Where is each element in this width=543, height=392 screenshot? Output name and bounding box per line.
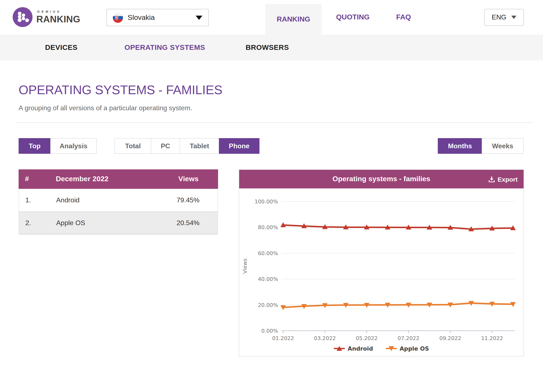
svg-text:01.2022: 01.2022 xyxy=(272,335,294,341)
svg-text:03.2022: 03.2022 xyxy=(314,335,336,341)
nav-tab-ranking-label: RANKING xyxy=(277,15,310,23)
row-rank: 1. xyxy=(19,196,56,204)
logo-ranking-text: RANKING xyxy=(36,15,80,24)
row-os-name: Apple OS xyxy=(56,219,158,227)
gemius-ranking-page: GEMIUS RANKING Slovakia RANKING xyxy=(0,0,543,392)
months-button[interactable]: Months xyxy=(438,138,482,154)
subnav-operating-systems-label: OPERATING SYSTEMS xyxy=(124,43,205,52)
top-header: GEMIUS RANKING Slovakia RANKING xyxy=(0,0,543,35)
chart-canvas: 0.00%20.00%40.00%60.00%80.00%100.00%01.2… xyxy=(239,188,524,356)
total-button[interactable]: Total xyxy=(114,138,151,154)
legend-apple-os-label: Apple OS xyxy=(400,345,429,352)
apple-os-legend-marker xyxy=(386,346,396,352)
chevron-down-icon xyxy=(196,15,202,20)
analysis-button[interactable]: Analysis xyxy=(50,138,97,154)
gemius-ranking-logo[interactable]: GEMIUS RANKING xyxy=(13,7,80,27)
weeks-button[interactable]: Weeks xyxy=(482,138,524,154)
page-title: OPERATING SYSTEMS - FAMILIES xyxy=(19,83,222,97)
download-icon xyxy=(489,176,495,182)
chart-header: Operating systems - families Export xyxy=(239,170,524,188)
nav-tab-faq-label: FAQ xyxy=(396,13,411,22)
column-header-views: Views xyxy=(159,175,218,183)
svg-text:Views: Views xyxy=(242,258,248,274)
svg-text:80.00%: 80.00% xyxy=(258,224,278,230)
export-button[interactable]: Export xyxy=(489,170,518,188)
subnav-item-operating-systems[interactable]: OPERATING SYSTEMS xyxy=(118,35,211,60)
svg-text:09.2022: 09.2022 xyxy=(440,335,461,341)
svg-text:20.00%: 20.00% xyxy=(258,302,278,308)
column-header-month: December 2022 xyxy=(56,175,159,183)
svg-text:07.2022: 07.2022 xyxy=(398,335,419,341)
table-header-row: # December 2022 Views xyxy=(19,169,218,189)
page-subtitle: A grouping of all versions of a particul… xyxy=(19,104,192,112)
period-toggle-group: Months Weeks xyxy=(438,138,524,154)
nav-tab-ranking[interactable]: RANKING xyxy=(265,4,322,35)
subnav-devices-label: DEVICES xyxy=(45,43,77,52)
logo-gemius-text: GEMIUS xyxy=(37,10,80,13)
nav-tab-quoting[interactable]: QUOTING xyxy=(334,0,372,35)
country-selector[interactable]: Slovakia xyxy=(107,9,209,26)
table-row: 1. Android 79.45% xyxy=(19,189,218,212)
chart-title: Operating systems - families xyxy=(239,175,524,183)
country-selector-value: Slovakia xyxy=(128,13,196,22)
svg-text:100.00%: 100.00% xyxy=(255,199,278,205)
slovakia-flag-icon xyxy=(113,12,123,22)
language-selector[interactable]: ENG xyxy=(484,9,524,26)
svg-text:11.2022: 11.2022 xyxy=(481,335,503,341)
subnav-item-devices[interactable]: DEVICES xyxy=(36,35,87,60)
android-legend-marker xyxy=(334,346,345,352)
subnav-browsers-label: BROWSERS xyxy=(245,43,289,52)
ranking-table: # December 2022 Views 1. Android 79.45% … xyxy=(19,169,218,235)
export-button-label: Export xyxy=(498,175,518,183)
table-row: 2. Apple OS 20.54% xyxy=(19,212,218,235)
svg-text:60.00%: 60.00% xyxy=(258,250,278,256)
phone-button[interactable]: Phone xyxy=(219,138,260,154)
chevron-down-icon xyxy=(512,16,517,19)
device-toggle-group: Total PC Tablet Phone xyxy=(114,138,260,154)
logo-wordmark: GEMIUS RANKING xyxy=(36,10,80,24)
nav-tab-quoting-label: QUOTING xyxy=(336,13,370,22)
pc-button[interactable]: PC xyxy=(151,138,180,154)
row-rank: 2. xyxy=(19,219,56,227)
row-os-name: Android xyxy=(56,196,158,204)
chart-panel: Operating systems - families Export 0.00… xyxy=(239,169,524,357)
nav-tab-faq[interactable]: FAQ xyxy=(391,0,416,35)
view-toggle-group: Top Analysis xyxy=(19,138,97,154)
language-selector-value: ENG xyxy=(492,13,506,21)
column-header-rank: # xyxy=(19,175,56,183)
svg-text:40.00%: 40.00% xyxy=(258,276,278,282)
row-views-value: 20.54% xyxy=(158,219,218,227)
legend-item-apple-os[interactable]: Apple OS xyxy=(386,345,429,352)
chart-legend: Android Apple OS xyxy=(239,345,524,352)
section-nav: DEVICES OPERATING SYSTEMS BROWSERS xyxy=(0,35,543,60)
gemius-logo-icon xyxy=(13,7,33,27)
tablet-button[interactable]: Tablet xyxy=(180,138,219,154)
svg-text:0.00%: 0.00% xyxy=(261,328,278,334)
legend-android-label: Android xyxy=(348,345,373,352)
subnav-item-browsers[interactable]: BROWSERS xyxy=(241,35,294,60)
svg-text:05.2022: 05.2022 xyxy=(356,335,378,341)
legend-item-android[interactable]: Android xyxy=(334,345,373,352)
top-button[interactable]: Top xyxy=(19,138,51,154)
chart-body: 0.00%20.00%40.00%60.00%80.00%100.00%01.2… xyxy=(239,188,524,356)
heading-divider xyxy=(15,123,533,123)
row-views-value: 79.45% xyxy=(158,196,218,204)
